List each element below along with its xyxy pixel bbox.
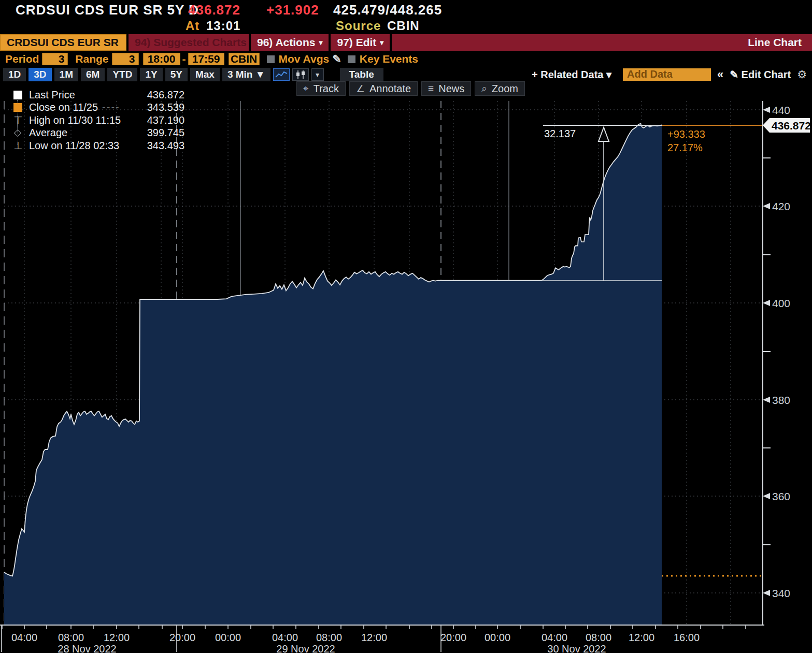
x-time-label: 16:00 [674, 632, 700, 643]
gear-icon[interactable]: ⚙ [797, 68, 807, 81]
key-events-label: Key Events [360, 53, 418, 65]
chart-type-label: Line Chart [748, 36, 802, 49]
time-from-input[interactable]: 18:00 [143, 53, 180, 65]
edit-menu[interactable]: 97) Edit ▾ [331, 34, 390, 51]
mov-avgs-checkbox[interactable] [267, 55, 275, 63]
high-marker-icon: ⊤ [13, 114, 29, 126]
suggested-charts-button[interactable]: 94) Suggested Charts [129, 34, 249, 51]
annotate-button[interactable]: ∠Annotate [349, 81, 418, 96]
tab-1y[interactable]: 1Y [140, 68, 162, 81]
zoom-magnifier-icon: ⌕ [481, 83, 487, 94]
legend-label: Close on 11/25---- [29, 101, 137, 113]
button-label: News [438, 83, 464, 95]
page-title: CRDSUI CDS EUR SR 5Y D [16, 2, 199, 18]
legend-row: ⊥Low on 11/28 02:33343.493 [13, 139, 184, 152]
last-price-tag-value: 436.872 [772, 120, 811, 132]
button-label: Annotate [369, 83, 411, 95]
y-tick-arrow [763, 203, 770, 209]
chart-legend: Last Price436.872Close on 11/25----343.5… [13, 89, 184, 152]
y-tick-label: 360 [772, 490, 790, 502]
period-input[interactable]: 3 [42, 53, 68, 65]
y-tick-label: 420 [772, 200, 790, 212]
edit-chart-button[interactable]: ✎ Edit Chart [730, 68, 791, 81]
tab-1m[interactable]: 1M [54, 68, 78, 81]
track-crosshair-icon: ⌖ [303, 83, 309, 94]
tab-6m[interactable]: 6M [81, 68, 105, 81]
x-time-label: 08:00 [586, 632, 611, 643]
x-time-label: 00:00 [215, 632, 241, 643]
y-tick-arrow [763, 493, 770, 499]
x-time-label: 04:00 [272, 632, 298, 643]
y-tick-label: 380 [772, 394, 790, 406]
pencil-icon[interactable]: ✎ [332, 53, 341, 65]
collapse-chevrons-icon[interactable]: « [717, 68, 723, 81]
zoom-button[interactable]: ⌕Zoom [475, 81, 525, 96]
candlestick-style-icon[interactable] [292, 68, 309, 81]
tab-max[interactable]: Max [190, 68, 220, 81]
actions-label: 96) Actions [257, 36, 315, 49]
x-time-label: 08:00 [58, 632, 84, 643]
chart-style-caret[interactable]: ▾ [311, 68, 324, 81]
news-button[interactable]: ≡News [421, 81, 471, 96]
key-events-checkbox[interactable] [348, 55, 355, 63]
x-time-label: 08:00 [316, 632, 342, 643]
legend-value: 436.872 [137, 89, 184, 101]
time-to-input[interactable]: 17:59 [188, 53, 224, 65]
legend-label: Average [29, 127, 137, 139]
tab-5y[interactable]: 5Y [165, 68, 188, 81]
change-abs-label: +93.333 [667, 128, 705, 140]
change-pct-label: 27.17% [667, 142, 703, 153]
interval-dropdown[interactable]: 3 Min ▼ [222, 68, 270, 81]
at-time: 13:01 [206, 19, 240, 33]
edit-label: 97) Edit [337, 36, 376, 49]
range-tabs-row: 1D3D1M6MYTD1Y5YMax 3 Min ▼ ▾ Table + Rel… [0, 67, 812, 81]
time-dash: - [182, 53, 186, 65]
news-lines-icon: ≡ [428, 83, 434, 94]
chevron-down-icon: ▾ [380, 38, 383, 47]
candlestick-glyph [295, 70, 306, 79]
price-area-fill [4, 124, 662, 625]
mov-avgs-label: Mov Avgs [279, 53, 330, 65]
source-value: CBIN [387, 19, 420, 33]
line-chart-glyph [275, 70, 288, 79]
legend-label: High on 11/30 11:15 [29, 114, 137, 126]
x-time-label: 00:00 [485, 632, 510, 643]
source-chip[interactable]: CBIN [229, 53, 260, 65]
x-time-label: 12:00 [104, 632, 130, 643]
button-label: Zoom [492, 83, 518, 95]
y-tick-arrow [763, 107, 770, 113]
line-chart-style-icon[interactable] [273, 68, 290, 81]
legend-row: Average399.745 [13, 127, 184, 140]
legend-value: 343.493 [137, 140, 184, 152]
x-time-label: 20:00 [169, 632, 195, 643]
y-tick-label: 400 [772, 297, 790, 309]
last-price-swatch [13, 91, 29, 99]
bid-ask: 425.479/448.265 [333, 2, 442, 18]
button-label: Track [314, 83, 339, 95]
x-date-label: 30 Nov 2022 [547, 643, 606, 653]
last-price-value: 436.872 [188, 2, 240, 18]
tab-1d[interactable]: 1D [3, 68, 26, 81]
add-data-input[interactable]: Add Data [623, 68, 711, 81]
legend-label: Last Price [29, 89, 137, 101]
x-time-label: 12:00 [629, 632, 654, 643]
tab-ytd[interactable]: YTD [107, 68, 137, 81]
security-chip[interactable]: CRDSUI CDS EUR SR [0, 34, 126, 51]
track-button[interactable]: ⌖Track [296, 81, 346, 96]
close-swatch [13, 103, 29, 112]
source-label: Source [336, 19, 381, 33]
range-label: Range [75, 53, 108, 65]
y-tick-arrow [763, 397, 770, 403]
x-date-label: 28 Nov 2022 [58, 643, 116, 653]
legend-row: ⊤High on 11/30 11:15437.190 [13, 114, 184, 127]
range-input[interactable]: 3 [112, 53, 139, 65]
tab-3d[interactable]: 3D [29, 68, 51, 81]
legend-value: 343.539 [137, 101, 184, 113]
actions-menu[interactable]: 96) Actions ▾ [251, 34, 329, 51]
table-button[interactable]: Table [340, 68, 383, 81]
bloomberg-terminal-screen: CRDSUI CDS EUR SR 5Y D 436.872 +31.902 4… [0, 0, 812, 653]
y-tick-label: 440 [772, 104, 790, 116]
settings-row: Period 3 Range 3 18:00 - 17:59 CBIN Mov … [0, 52, 812, 66]
y-tick-label: 340 [772, 587, 790, 599]
related-data-button[interactable]: + Related Data ▾ [532, 68, 611, 81]
